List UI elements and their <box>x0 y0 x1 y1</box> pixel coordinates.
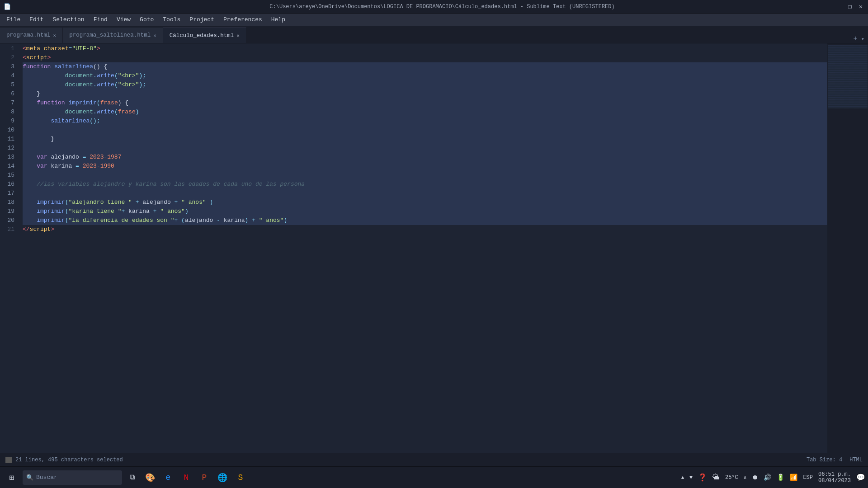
taskbar-weather-icon: 🌥 <box>712 473 720 482</box>
close-button[interactable]: ✕ <box>857 3 864 10</box>
line-number: 21 <box>0 225 14 234</box>
taskbar-lang: ESP <box>803 474 813 481</box>
taskbar-ie-icon[interactable]: e <box>160 469 176 486</box>
menu-project[interactable]: Project <box>185 15 219 24</box>
line-numbers: 123456789101112131415161718192021 <box>0 43 19 474</box>
taskbar-search-box[interactable]: 🔍 Buscar <box>23 470 122 485</box>
code-line <box>23 126 827 135</box>
title-bar-text: C:\Users\areye\OneDrive\Documentos\LOGIC… <box>49 4 835 10</box>
minimap <box>827 43 868 474</box>
line-number: 10 <box>0 126 14 135</box>
tab-programa-html[interactable]: programa.html ✕ <box>0 28 63 43</box>
taskbar-notification-icon[interactable]: 💬 <box>856 473 865 482</box>
tab-label: programa.html <box>6 32 51 38</box>
code-line: document.write(frase) <box>23 108 827 117</box>
menu-help[interactable]: Help <box>267 15 290 24</box>
menu-goto[interactable]: Goto <box>135 15 158 24</box>
menu-edit[interactable]: Edit <box>25 15 48 24</box>
taskbar: ⊞ 🔍 Buscar ⧉ 🎨 e N P 🌐 S ▲ ▼ ❓ 🌥 25°C ∧ … <box>0 466 868 488</box>
line-number: 12 <box>0 144 14 153</box>
taskbar-sublime-icon[interactable]: S <box>232 469 249 486</box>
code-line: //las variables alejandro y karina son l… <box>23 180 827 189</box>
code-line: var karina = 2023-1990 <box>23 162 827 171</box>
taskbar-ppt-icon[interactable]: P <box>196 469 212 486</box>
editor-area: 123456789101112131415161718192021 <meta … <box>0 43 868 474</box>
taskbar-help-icon[interactable]: ❓ <box>698 473 707 482</box>
menu-view[interactable]: View <box>112 15 135 24</box>
line-number: 9 <box>0 117 14 126</box>
code-line <box>23 189 827 198</box>
minimap-preview <box>828 45 868 108</box>
taskbar-scroll-up[interactable]: ▲ <box>681 475 684 480</box>
menu-file[interactable]: File <box>2 15 25 24</box>
task-view-button[interactable]: ⧉ <box>124 469 140 486</box>
code-line: <meta charset="UTF-8"> <box>23 44 827 53</box>
line-number: 11 <box>0 135 14 144</box>
taskbar-record-icon: ⏺ <box>752 474 758 481</box>
maximize-button[interactable]: ❐ <box>846 3 854 10</box>
menu-find[interactable]: Find <box>89 15 112 24</box>
code-line: imprimir("karina tiene "+ karina + " año… <box>23 207 827 216</box>
taskbar-clock[interactable]: 06:51 p.m. 08/04/2023 <box>818 471 851 484</box>
code-line: function imprimir(frase) { <box>23 99 827 108</box>
taskbar-right-area: ▲ ▼ ❓ 🌥 25°C ∧ ⏺ 🔊 🔋 📶 ESP 06:51 p.m. 08… <box>681 471 865 484</box>
tab-close-icon[interactable]: ✕ <box>153 33 156 38</box>
taskbar-date: 08/04/2023 <box>818 478 851 484</box>
taskbar-scroll-dn[interactable]: ▼ <box>689 475 693 480</box>
line-number: 2 <box>0 53 14 62</box>
line-number: 3 <box>0 62 14 71</box>
start-button[interactable]: ⊞ <box>3 469 21 487</box>
tab-bar: programa.html ✕ programa_saltolinea.html… <box>0 26 868 43</box>
status-tab-size[interactable]: Tab Size: 4 <box>807 457 842 463</box>
line-number: 4 <box>0 71 14 80</box>
status-selection-info: 21 lines, 495 characters selected <box>15 457 123 463</box>
line-number: 8 <box>0 108 14 117</box>
taskbar-battery-icon: 🔋 <box>777 474 784 481</box>
line-number: 5 <box>0 80 14 89</box>
tab-programa-saltolinea[interactable]: programa_saltolinea.html ✕ <box>63 28 163 43</box>
taskbar-speaker-icon: 🔊 <box>764 474 771 481</box>
tab-close-icon[interactable]: ✕ <box>236 33 240 38</box>
tab-close-icon[interactable]: ✕ <box>53 33 57 38</box>
taskbar-decorative1[interactable]: 🎨 <box>142 469 158 486</box>
line-number: 17 <box>0 189 14 198</box>
code-line: imprimir("la diferencia de edades son "+… <box>23 216 827 225</box>
tab-add-icon[interactable]: + <box>853 35 858 43</box>
title-bar: 📄 C:\Users\areye\OneDrive\Documentos\LOG… <box>0 0 868 14</box>
taskbar-chrome-icon[interactable]: 🌐 <box>214 469 231 486</box>
code-content[interactable]: <meta charset="UTF-8"><script>function s… <box>19 43 827 474</box>
tab-chevron-icon[interactable]: ▾ <box>861 36 864 42</box>
line-number: 15 <box>0 171 14 180</box>
taskbar-chevron-up-icon[interactable]: ∧ <box>744 474 747 480</box>
taskbar-search-label: Buscar <box>36 474 57 481</box>
tab-label: programa_saltolinea.html <box>69 32 151 38</box>
tab-calculo-edades[interactable]: Cálculo_edades.html ✕ <box>163 28 246 43</box>
taskbar-netflix-icon[interactable]: N <box>178 469 194 486</box>
code-line <box>23 171 827 180</box>
line-number: 16 <box>0 180 14 189</box>
line-number: 18 <box>0 198 14 207</box>
menu-bar: File Edit Selection Find View Goto Tools… <box>0 14 868 26</box>
line-number: 19 <box>0 207 14 216</box>
code-line: imprimir("alejandro tiene " + alejando +… <box>23 198 827 207</box>
line-number: 20 <box>0 216 14 225</box>
status-language[interactable]: HTML <box>849 457 863 463</box>
line-number: 13 <box>0 153 14 162</box>
line-number: 6 <box>0 89 14 99</box>
code-line <box>23 144 827 153</box>
code-line: } <box>23 135 827 144</box>
line-number: 1 <box>0 44 14 53</box>
line-number: 7 <box>0 99 14 108</box>
menu-preferences[interactable]: Preferences <box>219 15 267 24</box>
taskbar-time: 06:51 p.m. <box>818 471 851 478</box>
tab-label: Cálculo_edades.html <box>170 33 234 39</box>
status-bar: 21 lines, 495 characters selected Tab Si… <box>0 453 868 466</box>
code-line: <script> <box>23 53 827 62</box>
title-bar-path-icon: 📄 <box>4 3 11 10</box>
menu-selection[interactable]: Selection <box>48 15 89 24</box>
minimize-button[interactable]: — <box>835 3 843 10</box>
code-line: </script> <box>23 225 827 234</box>
code-line: document.write("<br>"); <box>23 71 827 80</box>
code-line: document.write("<br>"); <box>23 80 827 89</box>
menu-tools[interactable]: Tools <box>158 15 185 24</box>
